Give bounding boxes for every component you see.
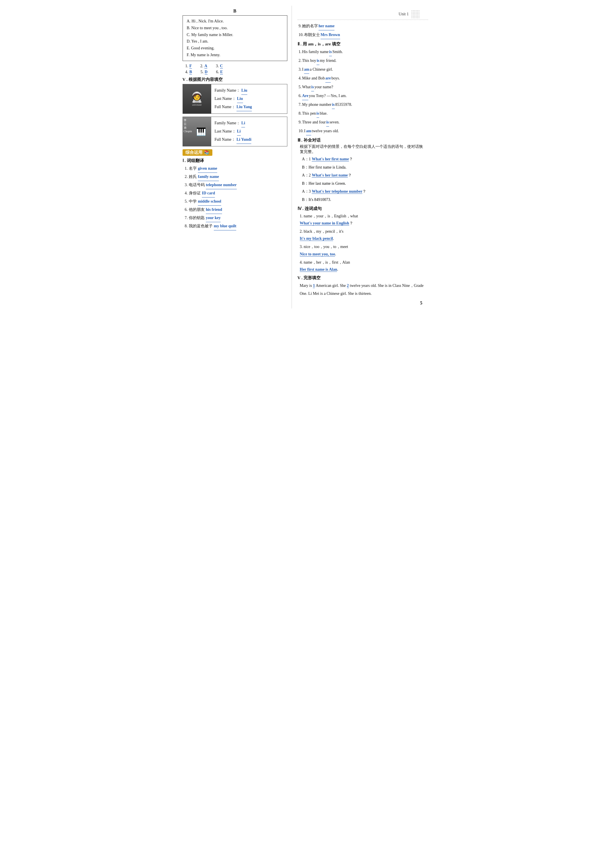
ii-2-text-after: my friend. — [320, 57, 336, 65]
section-v-right-title: V . 完形填空 — [298, 275, 428, 281]
iv-2-answer: It's my black pencil — [300, 236, 333, 241]
dialog-item-d: D. Yes , I am. — [187, 38, 283, 45]
matching-3: 3. C — [216, 64, 223, 69]
v2-label: 姓氏 — [189, 173, 197, 181]
v6-num: 6. — [185, 206, 188, 214]
ii-4: 4. Mike and Bob are boys. — [299, 74, 428, 82]
ii-5-text-after: your name? — [315, 83, 333, 91]
ii-2-answer: is — [317, 57, 319, 65]
match-ans-3: C — [220, 64, 223, 69]
dialog-a2: A：2 What's her last name？ — [302, 172, 428, 179]
iv-1-num: 1. — [300, 214, 304, 218]
photo-card-1: 🧑‍🚀 astronaut Family Name：Liu Last Name：… — [183, 84, 287, 114]
card2-family-row: Family Name：Li — [214, 119, 252, 127]
section-i-title: Ⅰ . 词组翻译 — [183, 158, 287, 163]
ii-9: 9. Three and four is seven. — [299, 118, 428, 127]
v7-num: 7. — [185, 214, 188, 222]
da2-answer: What's her last name — [312, 173, 348, 178]
matching-6: 6. E — [216, 70, 223, 74]
da3-speaker: A：3 — [302, 189, 312, 194]
ii-1-text-after: Smith. — [332, 48, 343, 56]
iv-2-num: 2. — [300, 229, 304, 234]
item-9-num: 9. — [299, 22, 302, 30]
ii-1-num: 1. — [299, 48, 302, 56]
v4-answer: ID card — [202, 189, 215, 197]
iv-3-answer: Nice to meet you, too — [300, 252, 335, 257]
ii-10: 10. I am twelve years old. — [299, 127, 428, 135]
da3-answer: What's her telephone number — [312, 189, 362, 194]
db3-text: B：It's 84910073. — [302, 197, 331, 202]
card1-full-row: Full Name：Liu Yang — [214, 103, 252, 111]
v2-num: 2. — [185, 173, 188, 181]
ii-7-text-before: My phone number — [302, 101, 331, 108]
ii-10-text-after: twelve years old. — [312, 127, 339, 135]
ii-4-text-after: boys. — [331, 74, 340, 82]
match-ans-4: B — [190, 70, 192, 74]
page: B A. Hi , Nick. I'm Alice. B. Nice to me… — [177, 3, 432, 311]
vocab-list: 1. 名字 given name 2. 姓氏 family name 3. 电话… — [185, 164, 287, 230]
card1-info: Family Name：Liu Last Name：Liu Full Name：… — [211, 84, 256, 113]
item-10-row: 10. 布朗女士 Mrs Brown — [299, 31, 428, 39]
ii-4-text-before: Mike and Bob — [302, 74, 325, 82]
ii-8-answer: is — [317, 110, 319, 118]
iv-4-suffix: . — [337, 267, 338, 271]
iv-3: 3. nice，too，you，to，meet Nice to meet you… — [300, 243, 428, 257]
db2-text: B：Her last name is Green. — [302, 181, 346, 186]
match-num-5: 5. — [200, 70, 204, 74]
card2-full-val: Li Yundi — [236, 136, 251, 144]
dialog-a3: A：3 What's her telephone number？ — [302, 188, 428, 195]
card2-last-row: Last Name：Li — [214, 127, 252, 136]
v7-answer: your key — [206, 214, 221, 222]
ii-2: 2. This boy is my friend. — [299, 57, 428, 65]
card1-full-val: Liu Yang — [236, 103, 252, 111]
ii-2-num: 2. — [299, 57, 302, 65]
match-num-6: 6. — [216, 70, 219, 74]
match-num-2: 2. — [200, 64, 204, 69]
match-num-3: 3. — [216, 64, 219, 69]
vocab-8: 8. 我的蓝色被子 my blue quilt — [185, 222, 287, 230]
blank1: 1 — [313, 284, 315, 288]
iv-3-num: 3. — [300, 245, 304, 249]
ii-5-num: 5. — [299, 83, 302, 91]
ii-5-text-before: What — [302, 83, 311, 91]
ii-10-text-before: I — [304, 127, 306, 135]
item-10-label: 布朗女士 — [304, 31, 320, 39]
items-9-10: 9. 她的名字 her name 10. 布朗女士 Mrs Brown — [299, 22, 428, 39]
iv-1: 1. name，your，is，English，what What's your… — [300, 212, 428, 227]
match-num-4: 4. — [185, 70, 188, 74]
item-10-num: 10. — [299, 31, 304, 39]
dialog-item-f: F. My name is Jenny. — [187, 52, 283, 59]
card2-full-label: Full Name： — [214, 136, 236, 144]
ii-10-answer: am — [306, 127, 311, 135]
zong-text: 综合运用 — [185, 150, 202, 155]
ii-3-text-after: a Chinese girl. — [310, 65, 333, 73]
dialog-b2: B：Her last name is Green. — [302, 180, 428, 188]
v3-num: 3. — [185, 181, 188, 189]
card2-family-label: Family Name： — [214, 119, 241, 127]
card2-info: Family Name：Li Last Name：Li Full Name：Li… — [211, 117, 255, 146]
v8-num: 8. — [185, 222, 188, 230]
da1-suffix: ？ — [349, 157, 353, 161]
unit-header: Unit 1 — [298, 9, 428, 20]
iv-4-words: 4. name，her，is，first，Alan — [300, 259, 428, 266]
section-iv-title: Ⅳ . 连词成句 — [298, 206, 428, 211]
vocab-6: 6. 他的朋友 his friend — [185, 206, 287, 214]
section-iii-title: Ⅲ . 补全对话 — [298, 138, 428, 143]
dialog-item-c: C. My family name is Miller. — [187, 31, 283, 38]
card2-last-val: Li — [237, 127, 241, 136]
right-column: Unit 1 9. 她的名字 her name 10. 布朗女士 Mrs Bro… — [292, 6, 432, 308]
ii-3: 3. I am a Chinese girl. — [299, 65, 428, 74]
iv-1-answer: What's your name in English — [300, 221, 349, 226]
grid-icon — [411, 10, 419, 19]
iv-3-words: 3. nice，too，you，to，meet — [300, 243, 428, 250]
piano-photo: 李云迪Chopin 🎹 — [183, 117, 211, 146]
iv-2-words: 2. black，my，pencil，it's — [300, 228, 428, 235]
matching-row-2: 4. B 5. D 6. E — [185, 70, 287, 74]
ii-1: 1. His family name is Smith. — [299, 48, 428, 56]
astronaut-photo: 🧑‍🚀 astronaut — [183, 84, 211, 113]
v4-num: 4. — [185, 189, 188, 197]
card2-full-row: Full Name：Li Yundi — [214, 136, 252, 144]
card2-last-label: Last Name： — [214, 127, 236, 135]
section-iii-dialog: A：1 What's her first name？ B：Her first n… — [298, 155, 428, 204]
v8-label: 我的蓝色被子 — [189, 222, 213, 230]
